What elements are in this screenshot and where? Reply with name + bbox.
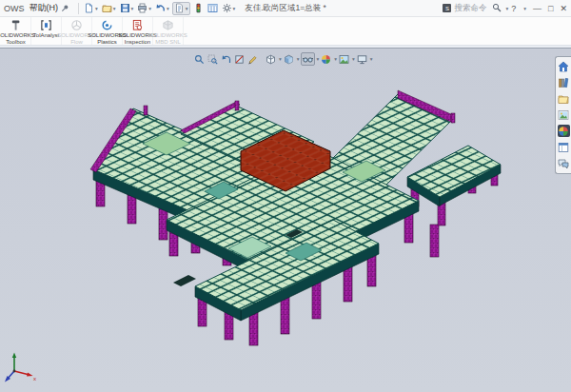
minimize-button[interactable]: — [533, 4, 541, 13]
view-palette-tab[interactable] [558, 108, 570, 121]
rebuild-button[interactable]: ▾ [172, 2, 190, 15]
command-manager-ribbon: SOLIDWORKS Toolbox TolAnalyst SOLIDWORKS… [0, 17, 571, 46]
dropdown-arrow-icon: ▾ [113, 6, 116, 11]
restore-button[interactable]: □ [548, 4, 553, 13]
help-dropdown-icon[interactable]: ▾ [523, 6, 526, 11]
triad-x-label: x [33, 376, 36, 382]
help-button[interactable]: ? [511, 4, 516, 13]
addin-label: SOLIDWORKS Toolbox [0, 32, 35, 45]
settings-gear-button[interactable]: ▾ [221, 2, 237, 15]
options-columns-button[interactable] [207, 2, 219, 15]
solidworks-forum-tab[interactable] [558, 157, 570, 169]
solidworks-search-badge-icon: S [443, 4, 451, 12]
mbd-cube-icon [162, 19, 174, 31]
performance-lights-button[interactable] [192, 2, 205, 15]
dropdown-arrow-icon: ▾ [186, 6, 188, 11]
custom-properties-tab[interactable] [558, 141, 570, 153]
task-pane-strip [555, 56, 571, 174]
zoom-to-area-button[interactable] [207, 52, 219, 66]
search-command-box[interactable]: S 搜索命令 [440, 2, 489, 15]
addin-label: TolAnalyst [33, 32, 59, 39]
close-button[interactable]: ✕ [560, 4, 567, 13]
search-dropdown-icon[interactable]: ▾ [505, 6, 508, 11]
section-view-button[interactable] [233, 52, 246, 66]
search-magnifier-icon[interactable] [492, 3, 502, 14]
view-orientation-button[interactable] [265, 52, 277, 66]
dynamic-annotation-views-button[interactable] [246, 52, 259, 66]
toolbar-separator [78, 3, 79, 14]
titlebar-right: S 搜索命令 ▾ ? ▾ — □ ✕ [440, 2, 567, 15]
hide-show-items-button[interactable] [301, 52, 315, 66]
display-style-button[interactable] [283, 52, 295, 66]
inspection-icon [131, 19, 144, 31]
toolbox-hammer-icon [10, 19, 22, 31]
dropdown-arrow-icon[interactable]: ▾ [370, 56, 373, 62]
menu-partial-label: OWS [4, 4, 25, 13]
tolanalyst-icon [40, 19, 52, 31]
dropdown-arrow-icon: ▾ [167, 6, 169, 11]
apply-scene-button[interactable] [338, 52, 350, 66]
undo-button[interactable]: ▾ [154, 2, 170, 15]
formwork-assembly-model[interactable] [0, 49, 571, 392]
dropdown-arrow-icon[interactable]: ▾ [352, 56, 355, 62]
dropdown-arrow-icon: ▾ [148, 6, 151, 11]
title-bar: OWS 帮助(H) ▾ ▾ ▾ ▾ ▾ [0, 0, 571, 17]
new-document-button[interactable]: ▾ [83, 2, 99, 15]
appearances-scenes-tab[interactable] [558, 125, 570, 137]
open-button[interactable]: ▾ [101, 2, 117, 15]
addin-label: SOLIDWORKS MBD SNL [148, 32, 187, 45]
solidworks-window: OWS 帮助(H) ▾ ▾ ▾ ▾ ▾ [0, 0, 571, 392]
quick-access-toolbar: ▾ ▾ ▾ ▾ ▾ ▾ [83, 2, 236, 15]
search-placeholder: 搜索命令 [454, 3, 486, 14]
dropdown-arrow-icon: ▾ [95, 6, 98, 11]
edit-appearance-button[interactable] [320, 52, 332, 66]
menu-help[interactable]: 帮助(H) [30, 2, 59, 14]
zoom-to-fit-button[interactable] [193, 52, 206, 66]
addin-solidworks-toolbox[interactable]: SOLIDWORKS Toolbox [1, 17, 31, 45]
heads-up-view-toolbar: ▾ ▾ ▾ ▾ ▾ ▾ [193, 52, 373, 66]
file-explorer-tab[interactable] [558, 92, 570, 105]
dropdown-arrow-icon: ▾ [233, 6, 236, 11]
dropdown-arrow-icon[interactable]: ▾ [279, 56, 282, 62]
view-settings-button[interactable] [356, 52, 368, 66]
previous-view-button[interactable] [220, 52, 232, 66]
addin-mbd-snl[interactable]: SOLIDWORKS MBD SNL [153, 17, 184, 45]
design-library-tab[interactable] [558, 76, 570, 88]
home-tab[interactable] [558, 60, 570, 72]
save-button[interactable]: ▾ [119, 2, 135, 15]
dropdown-arrow-icon: ▾ [131, 6, 134, 11]
coordinate-triad: x [2, 350, 40, 384]
pushpin-icon[interactable] [61, 4, 69, 12]
flow-simulation-icon [70, 19, 83, 31]
dropdown-arrow-icon[interactable]: ▾ [317, 56, 320, 62]
graphics-viewport[interactable]: ▾ ▾ ▾ ▾ ▾ ▾ [0, 48, 571, 392]
window-controls: ? ▾ — □ ✕ [511, 4, 567, 13]
plastics-icon [101, 19, 113, 31]
dropdown-arrow-icon[interactable]: ▾ [334, 56, 337, 62]
dropdown-arrow-icon[interactable]: ▾ [297, 56, 300, 62]
print-button[interactable]: ▾ [136, 2, 152, 15]
